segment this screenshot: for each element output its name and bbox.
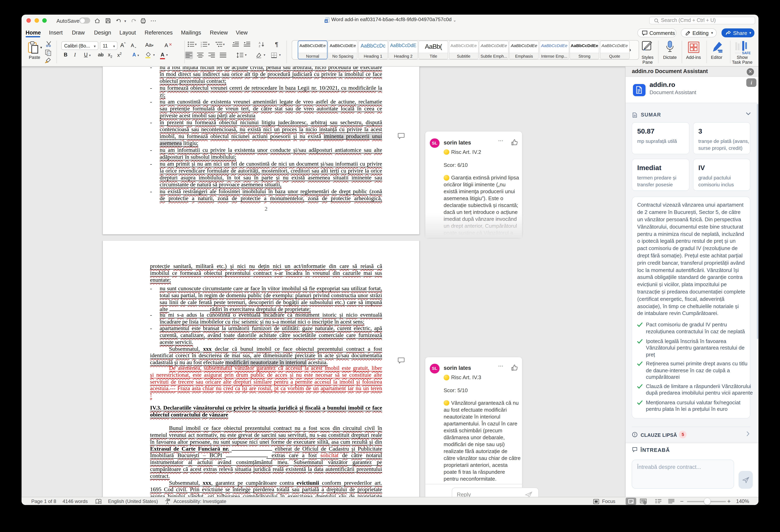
svg-text:Z: Z <box>259 45 260 48</box>
svg-text:W: W <box>325 20 328 23</box>
svg-text:IMM: IMM <box>735 51 741 54</box>
svg-text:3: 3 <box>201 46 202 48</box>
svg-text:1: 1 <box>201 41 202 43</box>
svg-text:SAFE: SAFE <box>742 51 751 54</box>
svg-text:2: 2 <box>201 43 202 46</box>
svg-text:A: A <box>164 42 168 48</box>
svg-text:A: A <box>259 42 260 45</box>
